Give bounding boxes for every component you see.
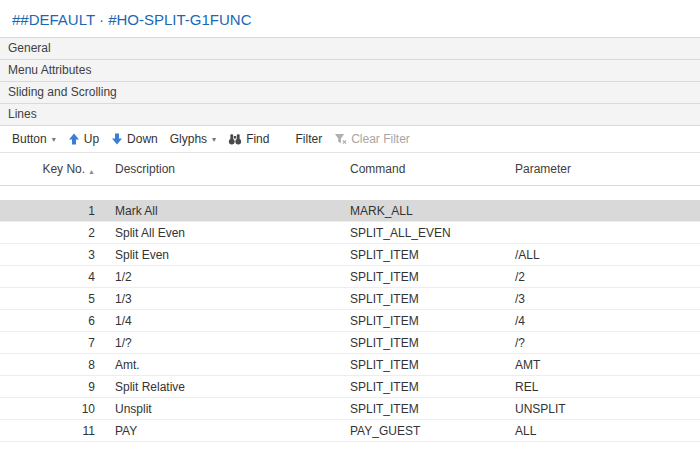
chevron-down-icon: ▾ (52, 135, 56, 144)
arrow-up-icon (68, 133, 80, 145)
section-general-label: General (8, 41, 51, 55)
cell-key[interactable]: 2 (0, 226, 105, 240)
find-button-label: Find (246, 132, 269, 146)
table-row[interactable]: 11PAYPAY_GUESTALL (0, 420, 700, 442)
cell-command[interactable]: MARK_ALL (340, 204, 505, 218)
cell-command[interactable]: SPLIT_ITEM (340, 248, 505, 262)
cell-command[interactable]: SPLIT_ITEM (340, 292, 505, 306)
cell-description[interactable]: 1/4 (105, 314, 340, 328)
column-header-key-no-label: Key No. (42, 162, 85, 176)
cell-description[interactable]: Split Relative (105, 380, 340, 394)
section-sliding-scrolling[interactable]: Sliding and Scrolling (0, 81, 700, 103)
arrow-down-icon (111, 133, 123, 145)
table-row[interactable]: 3Split EvenSPLIT_ITEM/ALL (0, 244, 700, 266)
cell-description[interactable]: Amt. (105, 358, 340, 372)
button-menu-label: Button (12, 132, 47, 146)
cell-command[interactable]: SPLIT_ITEM (340, 336, 505, 350)
cell-command[interactable]: SPLIT_ALL_EVEN (340, 226, 505, 240)
section-menu-attributes-label: Menu Attributes (8, 63, 91, 77)
lines-toolbar: Button ▾ Up Down Glyphs ▾ (0, 126, 700, 152)
cell-key[interactable]: 10 (0, 402, 105, 416)
glyphs-menu-label: Glyphs (170, 132, 207, 146)
lines-panel: Button ▾ Up Down Glyphs ▾ (0, 125, 700, 442)
section-lines-label: Lines (8, 107, 37, 121)
table-row[interactable]: 8Amt.SPLIT_ITEMAMT (0, 354, 700, 376)
cell-description[interactable]: Mark All (105, 204, 340, 218)
cell-key[interactable]: 5 (0, 292, 105, 306)
page-title: ##DEFAULT · #HO-SPLIT-G1FUNC (0, 0, 700, 37)
cell-key[interactable]: 9 (0, 380, 105, 394)
table-row[interactable]: 41/2SPLIT_ITEM/2 (0, 266, 700, 288)
table-header-gap (0, 186, 700, 200)
cell-key[interactable]: 7 (0, 336, 105, 350)
cell-description[interactable]: 1/2 (105, 270, 340, 284)
filter-button[interactable]: Filter (289, 129, 328, 149)
binoculars-icon (228, 133, 242, 145)
cell-command[interactable]: SPLIT_ITEM (340, 380, 505, 394)
cell-command[interactable]: SPLIT_ITEM (340, 314, 505, 328)
cell-parameter[interactable]: UNSPLIT (505, 402, 700, 416)
cell-parameter[interactable]: /2 (505, 270, 700, 284)
column-header-description[interactable]: Description (105, 162, 340, 176)
down-button[interactable]: Down (105, 129, 164, 149)
cell-command[interactable]: SPLIT_ITEM (340, 402, 505, 416)
column-header-key-no[interactable]: Key No. ▲ (0, 162, 105, 176)
filter-button-label: Filter (295, 132, 322, 146)
table-body: 1Mark AllMARK_ALL2Split All EvenSPLIT_AL… (0, 200, 700, 442)
cell-parameter[interactable]: REL (505, 380, 700, 394)
column-header-command[interactable]: Command (340, 162, 505, 176)
section-menu-attributes[interactable]: Menu Attributes (0, 59, 700, 81)
section-lines[interactable]: Lines (0, 103, 700, 125)
cell-key[interactable]: 8 (0, 358, 105, 372)
down-button-label: Down (127, 132, 158, 146)
table-row[interactable]: 61/4SPLIT_ITEM/4 (0, 310, 700, 332)
cell-parameter[interactable]: /4 (505, 314, 700, 328)
clear-filter-funnel-icon (334, 133, 347, 145)
up-button[interactable]: Up (62, 129, 105, 149)
cell-parameter[interactable]: AMT (505, 358, 700, 372)
cell-parameter[interactable]: ALL (505, 424, 700, 438)
table-header-row: Key No. ▲ Description Command Parameter (0, 152, 700, 186)
cell-description[interactable]: 1/? (105, 336, 340, 350)
cell-parameter[interactable]: /ALL (505, 248, 700, 262)
lines-table: Key No. ▲ Description Command Parameter … (0, 152, 700, 442)
table-row[interactable]: 51/3SPLIT_ITEM/3 (0, 288, 700, 310)
find-button[interactable]: Find (222, 129, 275, 149)
cell-command[interactable]: PAY_GUEST (340, 424, 505, 438)
sort-ascending-icon: ▲ (88, 168, 95, 175)
cell-description[interactable]: PAY (105, 424, 340, 438)
column-header-parameter[interactable]: Parameter (505, 162, 700, 176)
cell-key[interactable]: 6 (0, 314, 105, 328)
table-row[interactable]: 71/?SPLIT_ITEM/? (0, 332, 700, 354)
cell-description[interactable]: Split Even (105, 248, 340, 262)
section-sliding-scrolling-label: Sliding and Scrolling (8, 85, 117, 99)
cell-command[interactable]: SPLIT_ITEM (340, 270, 505, 284)
cell-parameter[interactable]: /? (505, 336, 700, 350)
glyphs-menu[interactable]: Glyphs ▾ (164, 129, 222, 149)
table-row[interactable]: 10UnsplitSPLIT_ITEMUNSPLIT (0, 398, 700, 420)
clear-filter-button-label: Clear Filter (351, 132, 410, 146)
table-row[interactable]: 9Split RelativeSPLIT_ITEMREL (0, 376, 700, 398)
cell-description[interactable]: 1/3 (105, 292, 340, 306)
cell-key[interactable]: 11 (0, 424, 105, 438)
cell-key[interactable]: 4 (0, 270, 105, 284)
section-general[interactable]: General (0, 37, 700, 59)
table-row[interactable]: 1Mark AllMARK_ALL (0, 200, 700, 222)
cell-key[interactable]: 1 (0, 204, 105, 218)
up-button-label: Up (84, 132, 99, 146)
button-menu[interactable]: Button ▾ (6, 129, 62, 149)
cell-command[interactable]: SPLIT_ITEM (340, 358, 505, 372)
clear-filter-button[interactable]: Clear Filter (328, 129, 416, 149)
table-row[interactable]: 2Split All EvenSPLIT_ALL_EVEN (0, 222, 700, 244)
cell-description[interactable]: Split All Even (105, 226, 340, 240)
cell-parameter[interactable]: /3 (505, 292, 700, 306)
cell-description[interactable]: Unsplit (105, 402, 340, 416)
chevron-down-icon: ▾ (212, 135, 216, 144)
cell-key[interactable]: 3 (0, 248, 105, 262)
